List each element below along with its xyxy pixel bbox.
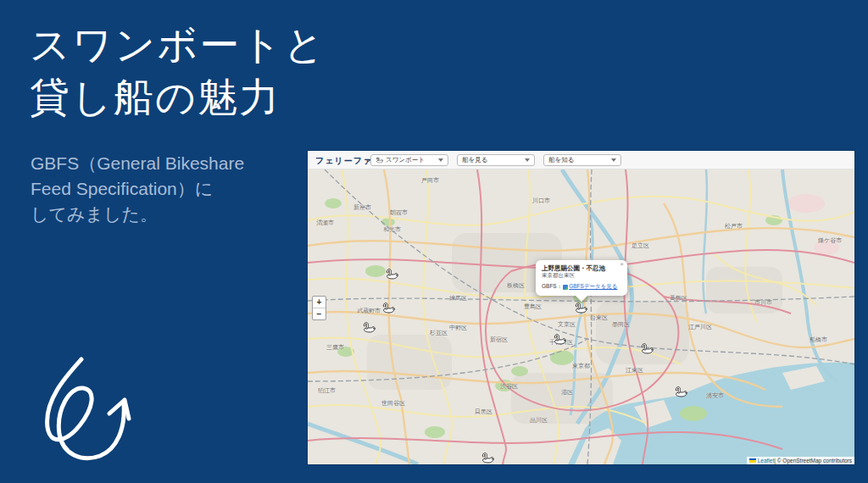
map-label: 杉並区 bbox=[430, 329, 448, 337]
map-label: 目黒区 bbox=[475, 408, 492, 416]
map-label: 板橋区 bbox=[507, 281, 525, 290]
osm-credit: | © OpenStreetMap contributors bbox=[774, 458, 852, 464]
map-label: 足立区 bbox=[632, 242, 649, 250]
map-label: 港区 bbox=[561, 388, 573, 397]
gbfs-favicon-icon bbox=[563, 285, 568, 290]
map-label: 渋谷区 bbox=[500, 382, 518, 391]
swan-marker[interactable] bbox=[574, 302, 587, 313]
map-label: 墨田区 bbox=[612, 320, 630, 329]
popup-address: 東京都台東区 bbox=[542, 272, 621, 279]
swan-marker[interactable] bbox=[674, 386, 687, 397]
presentation-slide: スワンボートと 貸し船の魅力 GBFS（General Bikeshare Fe… bbox=[0, 0, 868, 483]
map-label: 松戸市 bbox=[725, 222, 743, 230]
app-screenshot-panel: フェリーファン スワンボート 船を見る 船を知る bbox=[308, 151, 854, 464]
boat-type-dropdown[interactable]: スワンボート bbox=[370, 154, 448, 166]
map-label: 戸田市 bbox=[421, 176, 439, 185]
swan-marker[interactable] bbox=[381, 302, 395, 313]
map-label: 豊島区 bbox=[524, 303, 542, 311]
map-label: 新宿区 bbox=[490, 336, 508, 344]
popup-gbfs-label: GBFS： bbox=[542, 283, 562, 291]
ukraine-flag-icon bbox=[749, 458, 756, 463]
map-label: 台東区 bbox=[590, 314, 608, 322]
map-label: 練馬区 bbox=[449, 294, 467, 303]
swan-marker[interactable] bbox=[385, 268, 398, 279]
know-ships-dropdown[interactable]: 船を知る bbox=[543, 154, 621, 166]
swan-marker[interactable] bbox=[640, 342, 654, 353]
map-label: 葛飾区 bbox=[670, 294, 687, 303]
map-label: 三鷹市 bbox=[326, 343, 344, 352]
popup-close-icon[interactable]: × bbox=[620, 261, 624, 268]
map-canvas[interactable]: 戸田市川口市新座市朝霞市清瀬市和光市松戸市足立区鎌ケ谷市板橋区練馬区豊島区葛飾区… bbox=[308, 169, 854, 464]
app-header: フェリーファン スワンボート 船を見る 船を知る bbox=[308, 151, 854, 169]
map-label: 船橋市 bbox=[810, 336, 827, 344]
swan-marker[interactable] bbox=[553, 333, 566, 344]
map-label: 世田谷区 bbox=[381, 399, 405, 408]
map-label: 和光市 bbox=[383, 225, 401, 234]
map-label: 鎌ケ谷市 bbox=[818, 236, 842, 245]
swan-boat-icon bbox=[376, 157, 383, 164]
know-ships-dropdown-label: 船を知る bbox=[548, 156, 608, 164]
map-label: 東京都 bbox=[572, 362, 590, 370]
map-label: 浦安市 bbox=[706, 391, 724, 400]
map-label: 品川区 bbox=[530, 416, 548, 425]
map-zoom-control: + − bbox=[312, 296, 326, 320]
map-label: 中野区 bbox=[449, 324, 467, 332]
gbfs-data-link[interactable]: GBFSデータを見る bbox=[569, 283, 617, 291]
map-label: 武蔵野市 bbox=[357, 307, 381, 315]
map-label: 市川市 bbox=[754, 298, 772, 307]
zoom-in-button[interactable]: + bbox=[313, 297, 326, 308]
leaflet-link[interactable]: Leaflet bbox=[758, 458, 775, 464]
chevron-down-icon bbox=[525, 158, 530, 162]
chevron-down-icon bbox=[438, 158, 443, 162]
station-popup: × 上野恩賜公園・不忍池 東京都台東区 GBFS： GBFSデータを見る bbox=[536, 260, 627, 296]
map-label: 江東区 bbox=[626, 366, 643, 375]
see-ships-dropdown-label: 船を見る bbox=[462, 156, 521, 164]
swan-marker[interactable] bbox=[362, 321, 376, 332]
zoom-out-button[interactable]: − bbox=[313, 308, 326, 319]
map-label: 新座市 bbox=[353, 203, 371, 212]
map-label: 文京区 bbox=[558, 320, 576, 329]
map-label: 朝霞市 bbox=[390, 208, 408, 217]
slide-subtitle: GBFS（General Bikeshare Feed Specificatio… bbox=[31, 151, 244, 227]
map-label: 川口市 bbox=[532, 197, 550, 205]
swan-marker[interactable] bbox=[481, 452, 494, 463]
see-ships-dropdown[interactable]: 船を見る bbox=[457, 154, 535, 166]
map-label: 狛江市 bbox=[318, 386, 336, 395]
map-attribution: Leaflet | © OpenStreetMap contributors bbox=[747, 457, 854, 464]
slide-title: スワンボートと 貸し船の魅力 bbox=[30, 19, 326, 124]
map-label: 清瀬市 bbox=[316, 219, 334, 227]
popup-title: 上野恩賜公園・不忍池 bbox=[542, 264, 621, 272]
boat-type-dropdown-label: スワンボート bbox=[386, 156, 435, 164]
map-label: 江戸川区 bbox=[688, 323, 712, 331]
chevron-down-icon bbox=[611, 158, 616, 162]
loop-arrow-doodle-icon bbox=[22, 354, 134, 463]
